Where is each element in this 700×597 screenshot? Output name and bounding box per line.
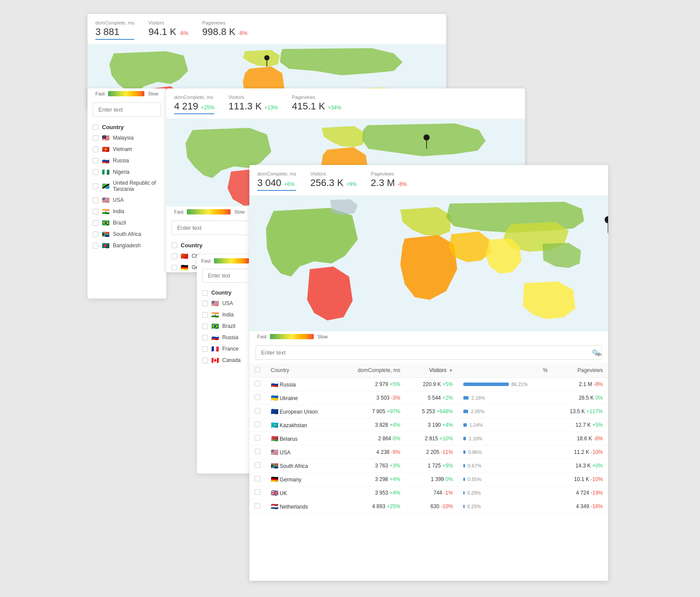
checkbox-country[interactable] — [202, 301, 208, 306]
visitors-cell: 3 190 +4% — [406, 418, 458, 432]
checkbox-country[interactable] — [93, 220, 98, 226]
checkbox-all-table[interactable] — [255, 367, 260, 372]
list-item[interactable]: 🇿🇦South Africa — [88, 228, 166, 240]
visitors-cell: 630 -10% — [406, 500, 458, 513]
card-3: domComplete, ms 3 040 +6% Visitors 256.3… — [249, 165, 608, 581]
checkbox-country[interactable] — [202, 312, 208, 318]
world-map-3 — [249, 196, 608, 331]
table-row[interactable]: 🇺🇦 Ukraine 3 503 -3% 5 544 +2% 2.16% 28.… — [249, 391, 608, 405]
list-item[interactable]: 🇷🇺Russia — [88, 155, 166, 166]
checkbox-country[interactable] — [93, 243, 98, 249]
checkbox-row[interactable] — [255, 489, 260, 495]
country-cell: 🇿🇦 South Africa — [266, 459, 338, 473]
cloud-icon-3[interactable]: ☁ — [594, 348, 602, 358]
table-row[interactable]: 🇷🇺 Russia 2 979 +5% 220.9 K +5% 86.21% 2… — [249, 378, 608, 391]
table-row[interactable]: 🇩🇪 Germany 3 298 +4% 1 399 0% 0.55% 10.1… — [249, 473, 608, 486]
visitors-cell: 5 253 +648% — [406, 405, 458, 418]
col-visitors[interactable]: Visitors ▼ — [406, 363, 458, 378]
checkbox-row[interactable] — [255, 421, 260, 427]
checkbox-row[interactable] — [255, 476, 260, 481]
table-row[interactable]: 🇺🇸 USA 4 238 -9% 2 205 -11% 0.86% 11.2 K… — [249, 446, 608, 459]
dom-cell: 3 763 +3% — [338, 459, 406, 473]
visitors-label-1: Visitors — [148, 20, 188, 25]
list-item[interactable]: 🇻🇳Vietnam — [88, 144, 166, 155]
list-item[interactable]: 🇺🇸USA — [88, 194, 166, 206]
pageviews-metric-1: Pageviews 998.8 K -8% — [202, 20, 247, 38]
table-row[interactable]: 🇬🇧 UK 3 953 +4% 744 -1% 0.29% 4 724 -19% — [249, 486, 608, 500]
search-input-3[interactable] — [256, 345, 602, 360]
col-pageviews[interactable]: Pageviews — [553, 363, 608, 378]
list-item[interactable]: 🇳🇬Nigeria — [88, 166, 166, 178]
progress-bar — [463, 423, 466, 427]
metrics-row-2: domComplete, ms 4 219 +25% Visitors 111.… — [174, 95, 517, 114]
list-item[interactable]: 🇲🇾Malaysia — [88, 132, 166, 144]
list-item[interactable]: 🇹🇿United Republic of Tanzania — [88, 178, 166, 194]
dom-cell: 4 893 +25% — [338, 500, 406, 513]
list-item[interactable]: 🇮🇳India — [88, 206, 166, 217]
checkbox-country[interactable] — [202, 335, 208, 341]
pv-cell: 14.3 K +0% — [553, 459, 608, 473]
progress-bar — [463, 410, 468, 413]
legend-fast-2-left: Fast — [95, 91, 105, 96]
visitors-cell: 2 205 -11% — [406, 446, 458, 459]
checkbox-all-2-left[interactable] — [93, 124, 98, 130]
dom-metric-2: domComplete, ms 4 219 +25% — [174, 95, 214, 114]
checkbox-country[interactable] — [202, 346, 208, 352]
col-dom[interactable]: domComplete, ms — [338, 363, 406, 378]
dom-label-1: domComplete, ms — [95, 20, 134, 25]
legend-bar-3 — [270, 334, 314, 339]
list-item[interactable]: 🇧🇩Bangladesh — [88, 240, 166, 251]
pageviews-label-1: Pageviews — [202, 20, 247, 25]
table-row[interactable]: 🇰🇿 Kazakhstan 3 828 +4% 3 190 +4% 1.24% … — [249, 418, 608, 432]
checkbox-row[interactable] — [255, 394, 260, 400]
checkbox-country[interactable] — [93, 158, 98, 164]
col-country[interactable]: Country — [266, 363, 338, 378]
checkbox-row[interactable] — [255, 462, 260, 468]
dom-cell: 7 805 +97% — [338, 405, 406, 418]
checkbox-row[interactable] — [255, 449, 260, 454]
dom-cell: 3 503 -3% — [338, 391, 406, 405]
data-table-section: Country domComplete, ms Visitors ▼ % Pag… — [249, 363, 608, 518]
country-cell: 🇩🇪 Germany — [266, 473, 338, 486]
checkbox-all-2[interactable] — [172, 242, 177, 248]
list-item[interactable]: 🇧🇷Brazil — [88, 217, 166, 228]
checkbox-all-3-left[interactable] — [202, 290, 208, 296]
legend-3: Fast Slow — [249, 331, 608, 342]
checkbox-country[interactable] — [93, 209, 98, 214]
checkbox-country[interactable] — [93, 183, 98, 189]
search-wrap-2-left — [88, 99, 166, 120]
checkbox-country[interactable] — [202, 323, 208, 329]
dom-value-2: 4 219 +25% — [174, 101, 214, 114]
checkbox-country[interactable] — [172, 253, 177, 259]
checkbox-country[interactable] — [202, 358, 208, 363]
progress-bar — [463, 491, 464, 495]
checkbox-country[interactable] — [93, 169, 98, 175]
card-3-header: domComplete, ms 3 040 +6% Visitors 256.3… — [249, 165, 608, 196]
checkbox-row[interactable] — [255, 408, 260, 414]
dom-cell: 4 238 -9% — [338, 446, 406, 459]
search-input-2-left[interactable] — [93, 102, 161, 117]
legend-2-left: Fast Slow — [88, 88, 166, 99]
checkbox-row[interactable] — [255, 435, 260, 441]
checkbox-country[interactable] — [172, 265, 177, 270]
country-list-2-left: 🇲🇾Malaysia🇻🇳Vietnam🇷🇺Russia🇳🇬Nigeria🇹🇿Un… — [88, 132, 166, 251]
checkbox-country[interactable] — [93, 197, 98, 203]
checkbox-country[interactable] — [93, 147, 98, 152]
checkbox-country[interactable] — [93, 135, 98, 141]
table-row[interactable]: 🇧🇾 Belarus 2 864 0% 2 815 +10% 1.10% 18.… — [249, 432, 608, 446]
checkbox-row[interactable] — [255, 381, 260, 386]
visitors-metric-2: Visitors 111.3 K +13% — [228, 95, 278, 112]
pv-cell: 11.2 K -10% — [553, 446, 608, 459]
table-row[interactable]: 🇳🇱 Netherlands 4 893 +25% 630 -10% 0.25%… — [249, 500, 608, 513]
dom-metric-1: domComplete, ms 3 881 — [95, 20, 134, 40]
metrics-row-1: domComplete, ms 3 881 Visitors 94.1 K -6… — [95, 20, 438, 40]
dom-cell: 3 953 +4% — [338, 486, 406, 500]
checkbox-row[interactable] — [255, 503, 260, 509]
col-pct[interactable]: % — [458, 363, 553, 378]
table-row[interactable]: 🇿🇦 South Africa 3 763 +3% 1 725 +9% 0.67… — [249, 459, 608, 473]
country-cell: 🇰🇿 Kazakhstan — [266, 418, 338, 432]
table-row[interactable]: 🇪🇺 European Union 7 805 +97% 5 253 +648%… — [249, 405, 608, 418]
country-cell: 🇬🇧 UK — [266, 486, 338, 500]
legend-bar-2-left — [108, 91, 144, 96]
checkbox-country[interactable] — [93, 232, 98, 237]
